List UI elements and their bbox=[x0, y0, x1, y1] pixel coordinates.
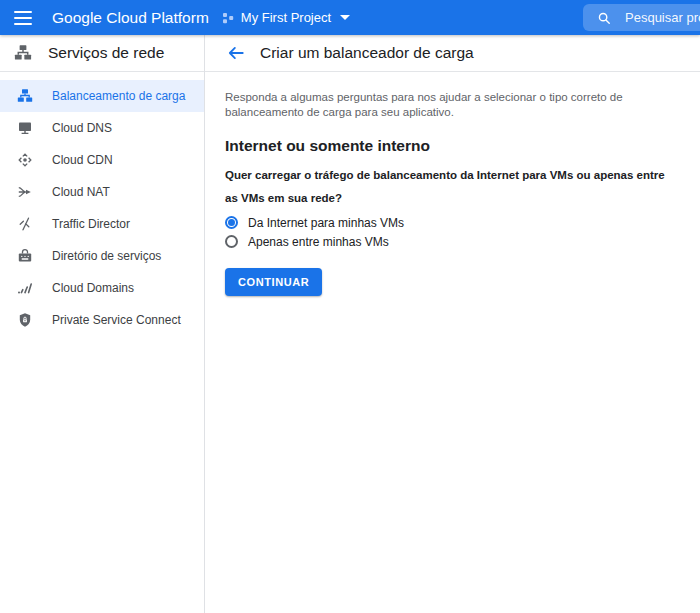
radio-option-label[interactable]: Da Internet para minhas VMs bbox=[248, 216, 404, 230]
sidebar-item-traffic-director[interactable]: Traffic Director bbox=[0, 208, 204, 240]
page-header: Criar um balanceador de carga bbox=[205, 35, 700, 72]
page-body: Responda a algumas perguntas para nos aj… bbox=[205, 72, 700, 314]
load-balancing-icon bbox=[17, 88, 33, 104]
back-arrow-icon[interactable] bbox=[224, 41, 248, 65]
sidebar-item-label: Cloud NAT bbox=[52, 185, 110, 199]
sidebar-title: Serviços de rede bbox=[48, 44, 164, 62]
radio-option-internet-to-vms[interactable]: Da Internet para minhas VMs bbox=[225, 213, 680, 232]
hamburger-menu-icon[interactable] bbox=[14, 6, 38, 30]
cloud-dns-icon bbox=[17, 120, 33, 136]
project-selector[interactable]: My First Project bbox=[221, 10, 350, 25]
sidebar-item-cloud-dns[interactable]: Cloud DNS bbox=[0, 112, 204, 144]
caret-down-icon bbox=[340, 15, 350, 20]
sidebar-item-service-directory[interactable]: Diretório de serviços bbox=[0, 240, 204, 272]
continue-button[interactable]: CONTINUAR bbox=[225, 268, 322, 296]
sidebar-item-label: Diretório de serviços bbox=[52, 249, 161, 263]
product-name[interactable]: Google Cloud Platform bbox=[52, 9, 209, 27]
radio-unselected-icon[interactable] bbox=[225, 235, 238, 248]
sidebar-item-label: Cloud DNS bbox=[52, 121, 112, 135]
sidebar-item-private-service-connect[interactable]: Private Service Connect bbox=[0, 304, 204, 336]
service-directory-icon bbox=[17, 248, 33, 264]
radio-option-between-vms[interactable]: Apenas entre minhas VMs bbox=[225, 232, 680, 251]
project-name: My First Project bbox=[241, 10, 331, 25]
top-app-bar: Google Cloud Platform My First Project bbox=[0, 0, 700, 35]
section-heading: Internet ou somente interno bbox=[225, 137, 680, 155]
search-icon bbox=[597, 11, 611, 25]
sidebar: Serviços de rede Balanceamento de carga … bbox=[0, 35, 205, 613]
project-dots-icon bbox=[221, 11, 235, 25]
sidebar-item-cloud-cdn[interactable]: Cloud CDN bbox=[0, 144, 204, 176]
sidebar-item-label: Private Service Connect bbox=[52, 313, 181, 327]
question-text: Quer carregar o tráfego de balanceamento… bbox=[225, 164, 680, 209]
sidebar-item-label: Cloud Domains bbox=[52, 281, 134, 295]
sidebar-item-cloud-nat[interactable]: Cloud NAT bbox=[0, 176, 204, 208]
radio-group: Da Internet para minhas VMs Apenas entre… bbox=[225, 213, 680, 251]
search-bar[interactable] bbox=[583, 4, 700, 31]
sidebar-item-label: Balanceamento de carga bbox=[52, 89, 185, 103]
cloud-domains-icon bbox=[17, 280, 33, 296]
sidebar-item-load-balancing[interactable]: Balanceamento de carga bbox=[0, 80, 204, 112]
sidebar-nav: Balanceamento de carga Cloud DNS Cloud C… bbox=[0, 72, 204, 336]
network-services-icon bbox=[14, 44, 32, 62]
radio-selected-icon[interactable] bbox=[225, 216, 238, 229]
sidebar-item-label: Cloud CDN bbox=[52, 153, 113, 167]
intro-text: Responda a algumas perguntas para nos aj… bbox=[225, 90, 680, 120]
cloud-nat-icon bbox=[17, 184, 33, 200]
private-service-connect-icon bbox=[17, 312, 33, 328]
sidebar-item-cloud-domains[interactable]: Cloud Domains bbox=[0, 272, 204, 304]
app-shell: Serviços de rede Balanceamento de carga … bbox=[0, 35, 700, 613]
sidebar-item-label: Traffic Director bbox=[52, 217, 130, 231]
main-content: Criar um balanceador de carga Responda a… bbox=[205, 35, 700, 613]
radio-option-label[interactable]: Apenas entre minhas VMs bbox=[248, 235, 389, 249]
page-title: Criar um balanceador de carga bbox=[260, 44, 474, 62]
traffic-director-icon bbox=[17, 216, 33, 232]
sidebar-header: Serviços de rede bbox=[0, 35, 204, 72]
cloud-cdn-icon bbox=[17, 152, 33, 168]
search-input[interactable] bbox=[625, 10, 700, 25]
